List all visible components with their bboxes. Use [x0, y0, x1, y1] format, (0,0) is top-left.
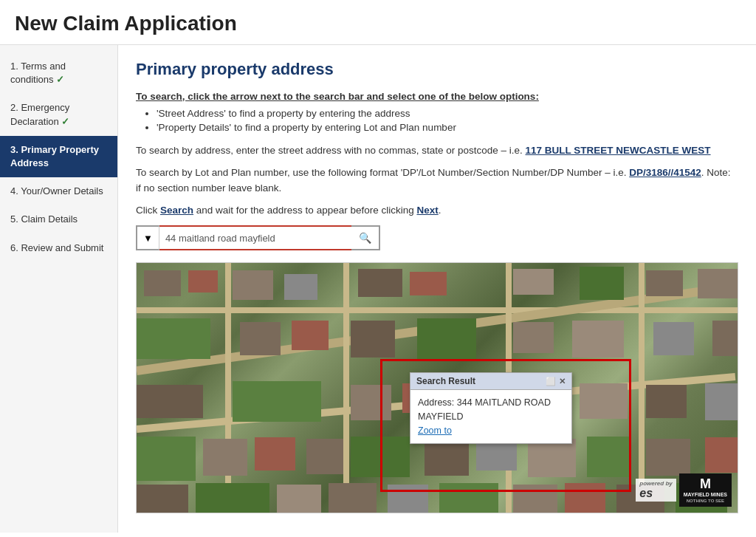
sidebar-item-review-submit[interactable]: 6. Review and Submit — [0, 234, 117, 262]
para3-middle: and wait for the address to appear befor… — [193, 205, 416, 216]
para3-prefix: Click — [136, 205, 160, 216]
para3-suffix: . — [439, 205, 441, 216]
address-instruction: To search by address, enter the street a… — [136, 143, 738, 158]
popup-close-icon[interactable]: ✕ — [559, 377, 566, 386]
popup-header: Search Result ⬜ ✕ — [410, 373, 571, 390]
powered-by-text: powered by — [639, 480, 672, 487]
sidebar-item-emergency[interactable]: 2. Emergency Declaration ✓ — [0, 94, 117, 135]
mayfield-m-letter: M — [684, 476, 727, 493]
popup-address-label: Address: — [418, 397, 454, 408]
lot-instruction: To search by Lot and Plan number, use th… — [136, 165, 738, 196]
search-icon: 🔍 — [359, 232, 371, 244]
mayfield-tagline: NOTHING TO SEE — [684, 499, 727, 504]
popup-header-icons: ⬜ ✕ — [546, 377, 566, 386]
para1-link[interactable]: 117 BULL STREET NEWCASTLE WEST — [526, 145, 711, 156]
mayfield-badge: M MAYFIELD MINES NOTHING TO SEE — [679, 473, 732, 507]
para2-prefix: To search by Lot and Plan number, use th… — [136, 167, 629, 178]
search-button[interactable]: 🔍 — [351, 225, 380, 250]
bullet-item: 'Property Details' to find a property by… — [157, 122, 738, 133]
sidebar-item-terms[interactable]: 1. Terms and conditions ✓ — [0, 52, 117, 94]
sidebar: 1. Terms and conditions ✓2. Emergency De… — [0, 45, 118, 533]
esri-text: es — [639, 487, 672, 500]
section-heading: Primary property address — [136, 60, 738, 79]
para2-link[interactable]: DP/3186//41542 — [629, 167, 701, 178]
map-container: Search Result ⬜ ✕ Address: 344 MAITLAND … — [136, 262, 738, 513]
search-dropdown-button[interactable]: ▼ — [136, 225, 159, 250]
para3-search-link[interactable]: Search — [160, 205, 193, 216]
esri-badge: powered by es — [636, 479, 676, 502]
sidebar-item-primary-address[interactable]: 3. Primary Property Address — [0, 136, 117, 177]
sidebar-item-claim-details[interactable]: 5. Claim Details — [0, 205, 117, 233]
bullet-list: 'Street Address' to find a property by e… — [136, 108, 738, 133]
popup-zoom-link[interactable]: Zoom to — [418, 425, 452, 436]
para3-next-link[interactable]: Next — [416, 205, 438, 216]
search-input[interactable] — [159, 225, 351, 250]
content-area: Primary property address To search, clic… — [118, 45, 756, 533]
popup-body: Address: 344 MAITLAND ROAD MAYFIELD Zoom… — [410, 390, 571, 443]
popup-restore-icon[interactable]: ⬜ — [546, 377, 556, 386]
dropdown-arrow-icon: ▼ — [143, 233, 153, 244]
mayfield-name: MAYFIELD MINES — [684, 492, 727, 498]
page-wrapper: New Claim Application 1. Terms and condi… — [0, 0, 756, 537]
instruction-bold-text: To search, click the arrow next to the s… — [136, 91, 738, 102]
sidebar-item-your-details[interactable]: 4. Your/Owner Details — [0, 177, 117, 205]
popup-title: Search Result — [416, 376, 475, 386]
search-result-popup: Search Result ⬜ ✕ Address: 344 MAITLAND … — [410, 372, 572, 444]
page-title: New Claim Application — [0, 0, 756, 45]
map-logo-area: powered by es M MAYFIELD MINES NOTHING T… — [636, 473, 732, 507]
para1-prefix: To search by address, enter the street a… — [136, 145, 526, 156]
main-layout: 1. Terms and conditions ✓2. Emergency De… — [0, 45, 756, 533]
search-row: ▼ 🔍 — [136, 225, 738, 250]
search-instruction: Click Search and wait for the address to… — [136, 203, 738, 218]
bullet-item: 'Street Address' to find a property by e… — [157, 108, 738, 119]
